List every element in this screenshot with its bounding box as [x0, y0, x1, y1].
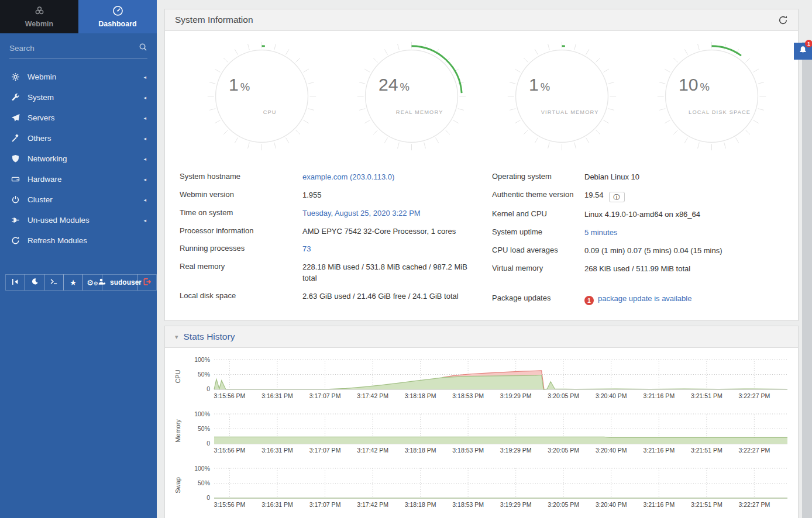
info-label: Local disk space	[180, 291, 302, 300]
svg-text:50%: 50%	[198, 479, 210, 486]
info-label: Time on system	[180, 208, 302, 217]
chart-row-memory: Memory3:15:56 PM3:16:31 PM3:17:07 PM3:17…	[172, 409, 798, 456]
night-mode-button[interactable]	[25, 274, 44, 291]
logout-button[interactable]	[137, 274, 157, 291]
info-value-link[interactable]: 5 minutes	[584, 228, 617, 237]
info-value-link[interactable]: Tuesday, August 25, 2020 3:22 PM	[302, 209, 421, 217]
svg-text:LOCAL DISK SPACE: LOCAL DISK SPACE	[689, 109, 751, 115]
sidebar-item-label: Refresh Modules	[27, 236, 146, 245]
svg-text:3:17:07 PM: 3:17:07 PM	[309, 501, 341, 508]
svg-text:3:18:53 PM: 3:18:53 PM	[452, 447, 484, 454]
chart-axis-label: Memory	[172, 409, 184, 456]
svg-text:REAL MEMORY: REAL MEMORY	[396, 109, 443, 115]
svg-text:3:20:40 PM: 3:20:40 PM	[596, 392, 627, 399]
terminal-icon	[50, 278, 58, 287]
info-value-link[interactable]: 73	[302, 244, 311, 253]
svg-text:3:21:16 PM: 3:21:16 PM	[643, 501, 675, 508]
info-row: System hostnameexample.com (203.0.113.0)	[180, 168, 471, 187]
notification-count-badge: 1	[805, 40, 812, 47]
sidebar-item-hardware[interactable]: Hardware ◂	[0, 169, 157, 189]
info-value: 268 KiB used / 511.99 MiB total	[584, 264, 690, 275]
sidebar-tabs: Webmin Dashboard	[0, 0, 157, 33]
gear-icon	[11, 72, 20, 82]
sidebar-item-servers[interactable]: Servers ◂	[0, 108, 157, 128]
svg-text:3:17:42 PM: 3:17:42 PM	[357, 501, 388, 508]
svg-text:3:21:16 PM: 3:21:16 PM	[643, 392, 675, 399]
sidebar-item-others[interactable]: Others ◂	[0, 128, 157, 149]
info-value: Debian Linux 10	[584, 172, 639, 183]
tab-webmin[interactable]: Webmin	[0, 0, 78, 33]
scrollbar[interactable]	[802, 42, 812, 518]
sidebar-item-cluster[interactable]: Cluster ◂	[0, 189, 157, 210]
power-icon	[11, 195, 20, 205]
info-label: System hostname	[180, 172, 302, 181]
sidebar-item-system[interactable]: System ◂	[0, 87, 157, 108]
info-value-link[interactable]: package update is available	[598, 294, 691, 303]
sidebar-menu: Webmin ◂ System ◂ Servers ◂ Others ◂ Net…	[0, 67, 157, 251]
sidebar-item-webmin[interactable]: Webmin ◂	[0, 67, 157, 87]
tab-dashboard-label: Dashboard	[98, 20, 136, 28]
gauges-row: 1%CPU24%REAL MEMORY1%VIRTUAL MEMORY10%LO…	[165, 31, 798, 153]
svg-text:3:15:56 PM: 3:15:56 PM	[214, 447, 246, 454]
info-value-link[interactable]: example.com (203.0.113.0)	[302, 172, 394, 181]
info-row: Webmin version1.955	[180, 187, 471, 205]
chevron-down-icon: ▾	[175, 333, 178, 341]
svg-text:3:20:05 PM: 3:20:05 PM	[548, 501, 579, 508]
moon-icon	[31, 278, 39, 287]
sidebar-item-label: Servers	[27, 113, 143, 122]
sidebar-item-unused-modules[interactable]: Un-used Modules ◂	[0, 210, 157, 230]
chevron-left-icon: ◂	[143, 197, 146, 203]
stats-history-header[interactable]: ▾ Stats History	[165, 326, 798, 348]
refresh-button[interactable]	[778, 15, 788, 25]
sidebar-item-refresh-modules[interactable]: Refresh Modules	[0, 230, 157, 251]
svg-text:0: 0	[207, 440, 210, 447]
search-icon[interactable]	[139, 43, 147, 54]
paper-plane-icon	[11, 113, 20, 123]
info-row: Operating systemDebian Linux 10	[492, 168, 783, 187]
chevron-left-icon: ◂	[143, 156, 146, 162]
search-input[interactable]	[9, 44, 139, 53]
svg-text:50%: 50%	[198, 425, 210, 432]
sidebar-item-label: Un-used Modules	[27, 216, 143, 225]
svg-text:3:21:16 PM: 3:21:16 PM	[643, 447, 675, 454]
info-label: Package updates	[492, 293, 584, 302]
info-value: 19.54ⓘ	[584, 190, 625, 202]
chevron-left-icon: ◂	[143, 95, 146, 101]
info-row: Package updates1package update is availa…	[492, 290, 783, 309]
tab-webmin-label: Webmin	[25, 20, 53, 28]
chart-swap: 3:15:56 PM3:16:31 PM3:17:07 PM3:17:42 PM…	[184, 464, 794, 510]
svg-text:3:19:29 PM: 3:19:29 PM	[500, 392, 532, 399]
collapse-sidebar-button[interactable]	[5, 274, 25, 291]
info-value: 228.18 MiB used / 531.8 MiB cached / 987…	[302, 262, 471, 284]
info-label: Authentic theme version	[492, 190, 584, 199]
svg-text:3:22:27 PM: 3:22:27 PM	[739, 501, 770, 508]
svg-text:3:16:31 PM: 3:16:31 PM	[262, 447, 293, 454]
gauge-cpu: 1%CPU	[205, 39, 319, 153]
svg-text:100%: 100%	[194, 356, 210, 363]
tab-dashboard[interactable]: Dashboard	[78, 0, 157, 33]
info-row: System uptime5 minutes	[492, 224, 783, 242]
info-label: System uptime	[492, 227, 584, 236]
chart-row-cpu: CPU3:15:56 PM3:16:31 PM3:17:07 PM3:17:42…	[172, 355, 798, 402]
info-row: Time on systemTuesday, August 25, 2020 3…	[180, 205, 471, 223]
sidebar-item-networking[interactable]: Networking ◂	[0, 149, 157, 169]
star-icon: ★	[70, 279, 77, 286]
wrench-icon	[11, 93, 20, 102]
terminal-button[interactable]	[44, 274, 64, 291]
info-row: Real memory228.18 MiB used / 531.8 MiB c…	[180, 258, 471, 288]
theme-info-button[interactable]: ⓘ	[609, 192, 625, 202]
chevron-left-icon: ◂	[143, 177, 146, 182]
gears-icon: ⚙⚙	[87, 279, 98, 286]
svg-text:3:18:18 PM: 3:18:18 PM	[405, 447, 436, 454]
info-value: 1.955	[302, 190, 322, 201]
info-label: Processor information	[180, 226, 302, 235]
info-value: 0.09 (1 min) 0.07 (5 mins) 0.04 (15 mins…	[584, 246, 722, 257]
favorites-button[interactable]: ★	[63, 274, 83, 291]
sidebar-item-label: Others	[27, 134, 143, 143]
svg-text:50%: 50%	[198, 371, 210, 378]
notifications-button[interactable]: 1	[794, 43, 812, 60]
svg-text:3:18:18 PM: 3:18:18 PM	[405, 501, 436, 508]
current-user-button[interactable]: sudouser	[102, 274, 137, 291]
chevron-left-icon: ◂	[143, 74, 146, 80]
chart-axis-label: CPU	[172, 355, 184, 402]
